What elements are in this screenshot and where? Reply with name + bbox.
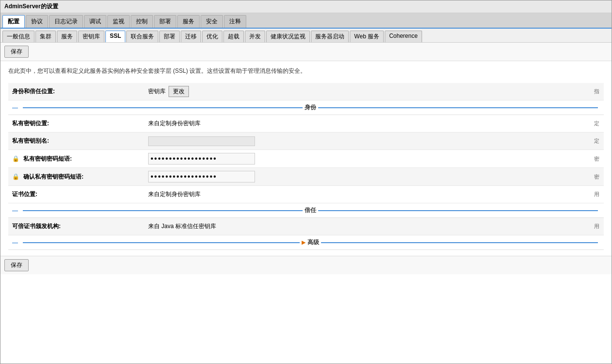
main-tab-配置[interactable]: 配置 <box>2 15 25 28</box>
private-key-location-hint: 定 <box>589 120 604 127</box>
identity-location-value: 密钥库 更改 <box>144 83 589 100</box>
identity-location-row: 身份和倍任位置: 密钥库 更改 指 <box>8 83 604 100</box>
main-tab-监视[interactable]: 监视 <box>107 15 130 28</box>
sub-tab-Web 服务[interactable]: Web 服务 <box>350 31 384 42</box>
trusted-ca-hint: 用 <box>589 223 604 230</box>
sub-tab-bar: 一般信息集群服务密钥库SSL联合服务部署迁移优化超载并发健康状况监视服务器启动W… <box>0 29 612 43</box>
trust-section-title: 倍任 <box>305 206 316 215</box>
advanced-section-title: 高级 <box>307 238 319 247</box>
cert-location-hint: 用 <box>589 191 604 198</box>
title-bar: AdminServer的设置 <box>0 0 612 13</box>
private-key-location-row: 私有密钥位置: 来自定制身份密钥库 定 <box>8 115 604 132</box>
confirm-passphrase-hint: 密 <box>589 173 604 181</box>
trusted-ca-value: 来自 Java 标准信任密钥库 <box>144 219 589 233</box>
main-window: AdminServer的设置 配置协议日志记录调试监视控制部署服务安全注释 一般… <box>0 0 612 364</box>
sub-tab-Coherence[interactable]: Coherence <box>385 31 422 42</box>
sub-tab-部署[interactable]: 部署 <box>159 31 180 42</box>
confirm-passphrase-input[interactable] <box>148 171 255 182</box>
private-key-passphrase-row: 🔒 私有密钥密码短语: 密 <box>8 150 604 168</box>
identity-location-hint: 指 <box>589 88 604 95</box>
confirm-passphrase-value <box>144 168 589 185</box>
trusted-ca-label: 可倍证书颁发机构: <box>8 219 144 233</box>
sub-tab-超载[interactable]: 超载 <box>223 31 244 42</box>
page-description: 在此页中，您可以查看和定义此服务器实例的各种安全套接字层 (SSL) 设置。这些… <box>8 67 604 75</box>
confirm-passphrase-row: 🔒 确认私有密钥密码短语: 密 <box>8 168 604 186</box>
sub-tab-优化[interactable]: 优化 <box>202 31 222 42</box>
save-button-bottom[interactable]: 保存 <box>4 259 29 271</box>
main-tab-注释[interactable]: 注释 <box>224 15 246 28</box>
sub-tab-联合服务[interactable]: 联合服务 <box>126 31 158 42</box>
top-toolbar: 保存 <box>0 43 612 61</box>
sub-tab-健康状况监视[interactable]: 健康状况监视 <box>266 31 310 42</box>
private-key-location-value: 来自定制身份密钥库 <box>144 116 589 131</box>
sub-tab-SSL[interactable]: SSL <box>105 31 125 42</box>
identity-section-title: 身份 <box>305 103 316 112</box>
identity-location-label: 身份和倍任位置: <box>8 84 144 99</box>
content-area: 在此页中，您可以查看和定义此服务器实例的各种安全套接字层 (SSL) 设置。这些… <box>0 61 612 256</box>
advanced-arrow-icon: ▶ <box>302 239 306 246</box>
private-key-passphrase-input[interactable] <box>148 153 255 165</box>
sub-tab-迁移[interactable]: 迁移 <box>181 31 201 42</box>
sub-tab-服务[interactable]: 服务 <box>57 31 77 42</box>
cert-location-row: 证书位置: 来自定制身份密钥库 用 <box>8 186 604 203</box>
save-button-top[interactable]: 保存 <box>4 46 29 58</box>
private-key-location-label: 私有密钥位置: <box>8 116 144 131</box>
private-key-alias-input[interactable] <box>148 136 255 146</box>
main-tab-部署[interactable]: 部署 <box>154 15 176 28</box>
main-tab-协议[interactable]: 协议 <box>26 15 48 28</box>
cert-location-label: 证书位置: <box>8 187 144 201</box>
private-key-alias-hint: 定 <box>589 137 604 145</box>
advanced-section-header[interactable]: — ▶ 高级 <box>8 235 604 250</box>
sub-tab-密钥库[interactable]: 密钥库 <box>78 31 104 42</box>
private-key-passphrase-label: 🔒 私有密钥密码短语: <box>8 152 144 166</box>
lock-icon-passphrase: 🔒 <box>12 155 19 162</box>
main-tab-调试[interactable]: 调试 <box>84 15 106 28</box>
private-key-passphrase-hint: 密 <box>589 155 604 163</box>
confirm-passphrase-label: 🔒 确认私有密钥密码短语: <box>8 170 144 184</box>
sub-tab-集群[interactable]: 集群 <box>35 31 56 42</box>
main-tab-服务[interactable]: 服务 <box>177 15 200 28</box>
main-tab-bar: 配置协议日志记录调试监视控制部署服务安全注释 <box>0 13 612 29</box>
private-key-alias-label: 私有密钥别名: <box>8 134 144 148</box>
sub-tab-服务器启动[interactable]: 服务器启动 <box>311 31 349 42</box>
private-key-alias-row: 私有密钥别名: 定 <box>8 132 604 150</box>
sub-tab-并发[interactable]: 并发 <box>245 31 265 42</box>
main-tab-安全[interactable]: 安全 <box>201 15 223 28</box>
cert-location-value: 来自定制身份密钥库 <box>144 187 589 201</box>
identity-section-header: — 身份 <box>8 100 604 115</box>
private-key-passphrase-value <box>144 150 589 167</box>
main-tab-日志记录[interactable]: 日志记录 <box>49 15 83 28</box>
private-key-alias-value <box>144 133 589 149</box>
identity-location-change-btn[interactable]: 更改 <box>169 86 189 97</box>
window-title: AdminServer的设置 <box>4 3 58 10</box>
bottom-toolbar: 保存 <box>0 256 612 274</box>
lock-icon-confirm: 🔒 <box>12 173 19 180</box>
trusted-ca-row: 可倍证书颁发机构: 来自 Java 标准信任密钥库 用 <box>8 218 604 235</box>
sub-tab-一般信息[interactable]: 一般信息 <box>2 31 34 42</box>
main-tab-控制[interactable]: 控制 <box>131 15 153 28</box>
trust-section-header: — 倍任 <box>8 203 604 218</box>
